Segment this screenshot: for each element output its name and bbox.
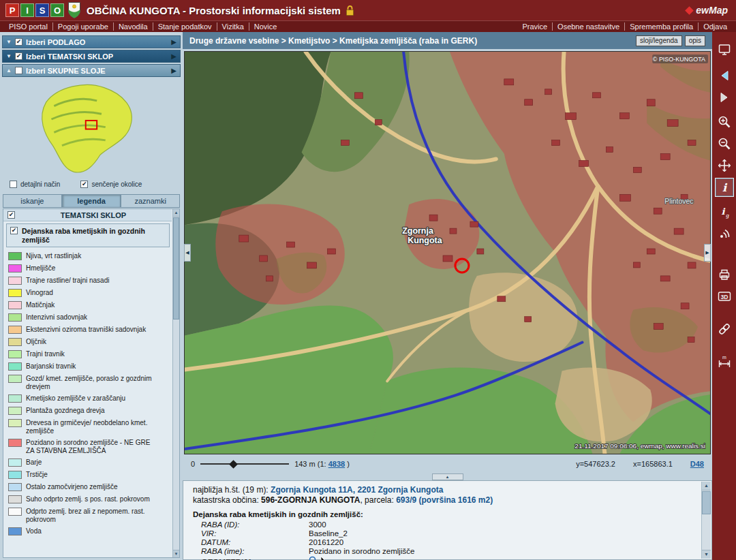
menu-item[interactable]: Navodila	[114, 22, 153, 31]
app-header: PISO OBČINA KUNGOTA - Prostorski informa…	[0, 0, 736, 20]
panel-izberi-podlago[interactable]: ▼ ✔ Izberi PODLAGO ▶	[2, 35, 181, 48]
menu-item[interactable]: Pogoji uporabe	[53, 22, 114, 31]
check-icon: ✔	[82, 181, 87, 187]
menu-item[interactable]: Odjava	[699, 22, 732, 31]
map-attribution: 21.11.2017 09:08:06, ewmap, www.realis.s…	[574, 442, 705, 450]
menu-item[interactable]: PISO portal	[4, 22, 53, 31]
full-extent-tool[interactable]	[715, 40, 734, 59]
svg-text:g: g	[726, 213, 729, 219]
zoom-slider-handle[interactable]	[229, 460, 238, 469]
legend-item-label: Ekstenzivni oziroma travniški sadovnjak	[26, 326, 146, 334]
history-back-tool[interactable]	[715, 66, 734, 85]
zoom-out-tool[interactable]	[715, 134, 734, 153]
history-forward-tool[interactable]	[715, 88, 734, 107]
zoom-to-geometry-icon[interactable]	[309, 556, 318, 560]
legend-item: Drevesa in grmičevje/ neobdelano kmet. z…	[7, 417, 170, 437]
check-icon: ✔	[9, 212, 14, 218]
legend-item-label: Gozd/ kmet. zemljišče, poraslo z gozdnim…	[26, 375, 159, 390]
tematski-checkbox[interactable]: ✔	[15, 52, 22, 60]
scrollbar-thumb[interactable]	[702, 491, 711, 514]
legend-color-swatch	[8, 394, 22, 403]
scale-min-label: 0	[191, 460, 195, 468]
zoom-in-tool[interactable]	[715, 112, 734, 131]
locate-gps-tool[interactable]	[715, 224, 734, 243]
legend-color-swatch	[8, 407, 22, 415]
logo-letter: S	[35, 3, 49, 17]
map-canvas[interactable]: Zgornja Kungota Plintovec © PISO-KUNGOTA…	[185, 52, 710, 454]
legend-item-label: Plantaža gozdnega drevja	[26, 407, 105, 415]
datum-link[interactable]: D48	[690, 460, 704, 468]
detajlni-nacin-checkbox[interactable]: ✔	[10, 181, 17, 188]
infopanel-collapse-button[interactable]: ▲	[432, 473, 463, 480]
layers-legend-button[interactable]: sloji/legenda	[636, 35, 682, 46]
legend-panel: ✔ TEMATSKI SKLOP ✔ Dejanska raba kmetijs…	[3, 208, 180, 558]
scroll-up-button[interactable]: ▲	[173, 209, 179, 217]
panel-label: Izberi PODLAGO	[26, 38, 85, 46]
panel-izberi-tematski-sklop[interactable]: ▼ ✔ Izberi TEMATSKI SKLOP ▶	[2, 50, 181, 63]
parcel-link[interactable]: 693/9 (površina 1616 m2)	[396, 495, 493, 505]
map-display-options: ✔ detajlni način ✔ senčenje okolice	[10, 181, 176, 188]
zoom-slider[interactable]	[200, 459, 289, 469]
scroll-down-button[interactable]: ▼	[702, 550, 711, 559]
map-viewport[interactable]: Zgornja Kungota Plintovec © PISO-KUNGOTA…	[184, 51, 711, 454]
menu-item[interactable]: Pravice	[517, 22, 553, 31]
attribute-label: RABA (ime):	[193, 547, 309, 556]
ewmap-diamond-icon	[685, 6, 694, 15]
nearest-house-link[interactable]: Zgornja Kungota 11A, 2201 Zgornja Kungot…	[271, 485, 443, 495]
legend-item-label: Drevesa in grmičevje/ neobdelano kmet. z…	[26, 419, 159, 435]
legend-item-label: Voda	[26, 527, 42, 535]
legend-header: ✔ TEMATSKI SKLOP	[3, 209, 172, 221]
infopanel-scrollbar[interactable]: ▲ ▼	[701, 482, 711, 559]
legend-item: Vinograd	[7, 287, 170, 299]
skupni-checkbox[interactable]: ✔	[15, 67, 22, 74]
scroll-up-button[interactable]: ▲	[702, 482, 711, 491]
legend-item-label: Hmeljišče	[26, 264, 55, 273]
lock-icon	[345, 5, 355, 16]
sencenje-okolice-checkbox[interactable]: ✔	[80, 181, 88, 188]
description-button[interactable]: opis	[685, 35, 705, 46]
attribute-label: RABA (ID):	[193, 520, 309, 529]
tab-zaznamki[interactable]: zaznamki	[121, 194, 180, 208]
menu-item[interactable]: Stanje podatkov	[153, 22, 217, 31]
legend-color-swatch	[8, 362, 22, 371]
tematski-sklop-checkbox[interactable]: ✔	[7, 211, 15, 219]
print-tool[interactable]	[715, 265, 734, 284]
pan-tool[interactable]	[715, 156, 734, 175]
measure-tool[interactable]: m	[715, 352, 734, 371]
zoom-slider-track[interactable]	[200, 463, 289, 465]
view-3d-tool[interactable]: 3D	[715, 287, 734, 306]
menu-item[interactable]: Sprememba profila	[625, 22, 699, 31]
legend-item-label: Ostalo zamočvirjeno zemljišče	[26, 483, 118, 491]
legend-group-checkbox[interactable]: ✔	[10, 227, 18, 234]
map-copyright: © PISO-KUNGOTA	[653, 56, 705, 63]
scroll-up-icon: ▲	[174, 211, 179, 215]
scrollbar-thumb[interactable]	[173, 217, 179, 320]
permalink-tool[interactable]	[715, 320, 734, 339]
legend-scrollbar[interactable]: ▲ ▼	[172, 209, 179, 557]
tab-iskanje[interactable]: iskanje	[3, 194, 62, 208]
overview-map[interactable]	[20, 80, 160, 178]
pan-left-arrow[interactable]: ◀	[184, 244, 191, 262]
identify-layers-tool[interactable]: i g	[715, 202, 734, 221]
infopanel-collapse-strip: ▲	[183, 473, 712, 480]
piso-logo[interactable]: PISO	[5, 3, 64, 17]
pan-right-arrow[interactable]: ▶	[704, 244, 711, 262]
tab-legenda[interactable]: legenda	[62, 194, 121, 208]
logo-letter: I	[20, 3, 34, 17]
legend-item-label: Pozidano in sorodno zemljišče - NE GRE Z…	[26, 439, 159, 454]
menu-item[interactable]: Novice	[249, 22, 282, 31]
breadcrumb: Druge državne vsebine > Kmetijstvo > Kme…	[189, 36, 477, 46]
menu-item[interactable]: Osebne nastavitve	[553, 22, 625, 31]
podlago-checkbox[interactable]: ✔	[15, 38, 22, 46]
legend-color-swatch	[8, 527, 22, 535]
legend-color-swatch	[8, 252, 22, 260]
scroll-down-button[interactable]: ▼	[173, 550, 179, 557]
menu-item[interactable]: Vizitka	[217, 22, 249, 31]
panel-izberi-skupne-sloje[interactable]: ▲ ✔ Izberi SKUPNE SLOJE ▶	[2, 64, 181, 77]
legend-item-label: Barje	[26, 458, 42, 467]
legend-item-label: Vinograd	[26, 289, 53, 297]
identify-tool[interactable]: i	[715, 178, 734, 197]
scale-value-link[interactable]: 4838	[328, 460, 345, 468]
svg-text:i: i	[721, 206, 725, 217]
collapse-up-icon: ▲	[446, 475, 450, 479]
